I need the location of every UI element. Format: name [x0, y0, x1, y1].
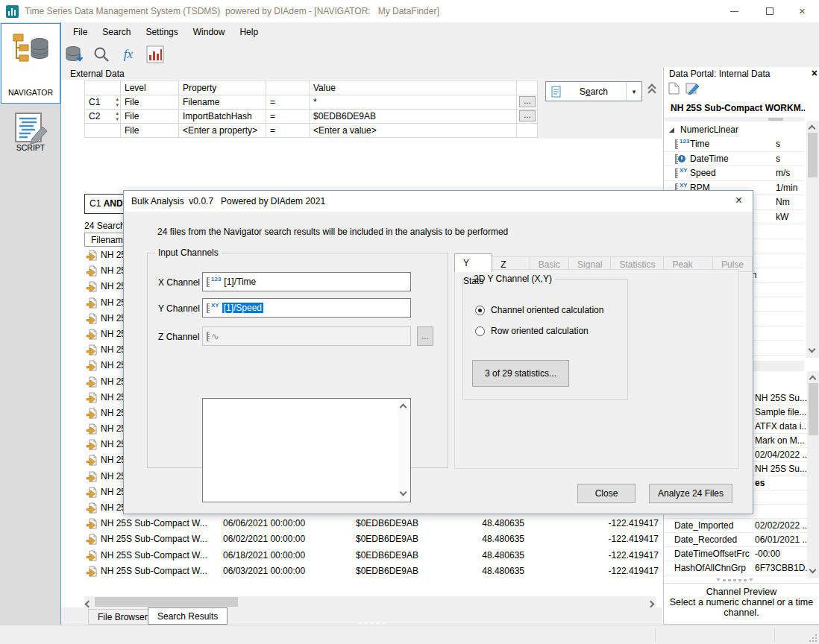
column-header-value[interactable]: Value	[310, 80, 517, 95]
channel-scrollbar[interactable]	[806, 121, 819, 358]
analyze-files-button[interactable]: Analyze 24 Files	[649, 484, 732, 503]
scroll-up-icon[interactable]	[401, 402, 406, 412]
condition-value-cell[interactable]: $0EDB6DE9AB	[310, 110, 517, 124]
z-channel-input[interactable]: ∿	[202, 326, 411, 346]
resize-grip[interactable]	[808, 633, 817, 642]
search-result-row[interactable]: NH 25S Sub-Compact W... 06/03/2021 00:00…	[84, 564, 660, 579]
x-channel-input[interactable]: 123 [1]/Time	[202, 272, 411, 291]
sidebar-item-script[interactable]: SCRIPT	[1, 106, 60, 177]
listbox-scrollbar[interactable]	[398, 399, 410, 502]
dialog-close-button[interactable]: ×	[735, 194, 742, 207]
property-row[interactable]: HashOfAllChnGrp 6F73CBB1D...	[664, 561, 807, 575]
tree-expanded-icon[interactable]	[669, 127, 674, 133]
menu-item[interactable]: File	[66, 22, 95, 42]
portal-root-item[interactable]: NH 25S Sub-Compact WORKM...	[667, 102, 805, 113]
portal-mini-scrollbar[interactable]	[664, 117, 804, 121]
sidebar-item-navigator[interactable]: NAVIGATOR	[1, 23, 60, 104]
scrollbar-thumb[interactable]	[95, 597, 238, 607]
spinner-icon[interactable]: ▴▾	[116, 110, 119, 122]
query-condition-row: C1 ▴▾ File Filename = * …	[84, 95, 538, 110]
condition-value-cell[interactable]: <Enter a value>	[310, 124, 517, 138]
scrollbar-thumb[interactable]	[808, 133, 818, 177]
radio-option[interactable]: Row oriented calculation	[475, 326, 589, 336]
channel-ruler-icon	[675, 168, 678, 178]
condition-operator-cell[interactable]: =	[266, 124, 310, 138]
scroll-up-icon[interactable]	[809, 123, 815, 133]
new-file-icon[interactable]	[668, 82, 680, 95]
channel-row[interactable]: DateTime s	[664, 152, 804, 167]
scroll-up-icon[interactable]	[810, 373, 815, 384]
query-condition-row: ▴▾ File <Enter a property> = <Enter a va…	[84, 124, 538, 138]
bar-chart-icon[interactable]	[145, 44, 166, 65]
tab-search-results[interactable]: Search Results	[148, 607, 228, 625]
condition-level-cell[interactable]: File	[121, 95, 179, 110]
result-latitude: 48.480635	[457, 518, 524, 528]
search-icon[interactable]	[91, 44, 112, 65]
maximize-button[interactable]	[753, 0, 787, 22]
property-row[interactable]: Date_Recorded 06/01/2021 ...	[664, 533, 807, 547]
search-document-icon	[551, 86, 562, 98]
collapse-panel-icon[interactable]	[644, 83, 659, 100]
search-dropdown-arrow[interactable]: ▾	[627, 88, 641, 95]
channel-type-icon: XY	[680, 182, 688, 189]
property-value: Mark on M...	[755, 435, 807, 446]
condition-operator-cell[interactable]: =	[266, 110, 310, 124]
minimize-button[interactable]	[718, 0, 751, 22]
channel-row[interactable]: 123 Time s	[664, 137, 804, 152]
search-result-row[interactable]: NH 25S Sub-Compact W... 06/18/2021 00:00…	[84, 548, 660, 564]
tab-file-browser[interactable]: File Browser	[88, 609, 157, 625]
menu-item[interactable]: Settings	[138, 22, 185, 42]
browse-values-button[interactable]: …	[519, 96, 536, 107]
properties-scrollbar[interactable]	[807, 371, 819, 578]
statistics-select-button[interactable]: 3 of 29 statistics...	[472, 360, 569, 387]
channel-unit: s	[776, 154, 780, 164]
condition-id-cell[interactable]: C2 ▴▾	[84, 110, 121, 124]
condition-property-cell[interactable]: Filename	[179, 95, 266, 110]
horizontal-scrollbar[interactable]	[84, 596, 656, 607]
channel-row[interactable]: XY Speed m/s	[664, 166, 804, 181]
y-channel-input[interactable]: XY [1]/Speed	[202, 298, 411, 318]
analysis-tab[interactable]: Y Stats	[454, 253, 492, 272]
close-button[interactable]: ×	[785, 0, 819, 22]
property-row[interactable]: Date_Imported 02/02/2022 ...	[664, 519, 807, 533]
condition-value-cell[interactable]: *	[310, 95, 517, 110]
channel-listbox[interactable]	[202, 398, 411, 502]
data-portal-close-button[interactable]: ×	[812, 67, 818, 79]
radio-option[interactable]: Channel oriented calculation	[475, 305, 603, 315]
condition-level-cell[interactable]: File	[121, 110, 179, 124]
condition-property-cell[interactable]: ImportBatchHash	[179, 110, 266, 124]
condition-property-cell[interactable]: <Enter a property>	[179, 124, 266, 138]
y-channel-value: [1]/Speed	[222, 303, 263, 313]
scroll-down-icon[interactable]	[809, 344, 815, 354]
function-fx-icon[interactable]: fx	[118, 44, 139, 65]
menu-item[interactable]: Search	[95, 22, 138, 42]
result-longitude: -122.419417	[577, 566, 659, 576]
browse-values-button[interactable]: …	[519, 110, 536, 121]
preview-splitter[interactable]	[716, 578, 753, 581]
search-button[interactable]: Search ▾	[545, 81, 642, 101]
scroll-down-icon[interactable]	[401, 487, 406, 497]
condition-id-cell[interactable]: C1 ▴▾	[84, 95, 121, 110]
scroll-down-icon[interactable]	[810, 564, 815, 575]
condition-level-cell[interactable]: File	[121, 124, 179, 138]
scrollbar-thumb[interactable]	[809, 383, 818, 435]
import-data-icon[interactable]	[64, 44, 85, 65]
spinner-icon[interactable]: ▴▾	[116, 96, 119, 108]
channel-group-row[interactable]: NumericLinear	[664, 123, 804, 137]
channel-ruler-icon	[207, 277, 210, 287]
condition-id-cell[interactable]: ▴▾	[84, 124, 121, 138]
property-row[interactable]: DateTimeOffsetFrc -00:00	[664, 547, 807, 561]
column-header-property[interactable]: Property	[179, 80, 266, 95]
radio-icon[interactable]	[475, 306, 485, 315]
dialog-close-action-button[interactable]: Close	[577, 484, 636, 503]
column-header-level[interactable]: Level	[121, 80, 179, 95]
property-name: Date_Imported	[674, 520, 752, 531]
menu-item[interactable]: Help	[232, 22, 266, 42]
z-channel-browse-button[interactable]: ...	[417, 326, 433, 346]
condition-operator-cell[interactable]: =	[266, 95, 310, 110]
menu-item[interactable]: Window	[186, 22, 233, 42]
edit-properties-icon[interactable]	[685, 82, 700, 95]
search-result-row[interactable]: NH 25S Sub-Compact W... 06/06/2021 00:00…	[84, 516, 660, 531]
search-result-row[interactable]: NH 25S Sub-Compact W... 06/02/2021 00:00…	[84, 531, 660, 547]
radio-icon[interactable]	[475, 326, 485, 336]
